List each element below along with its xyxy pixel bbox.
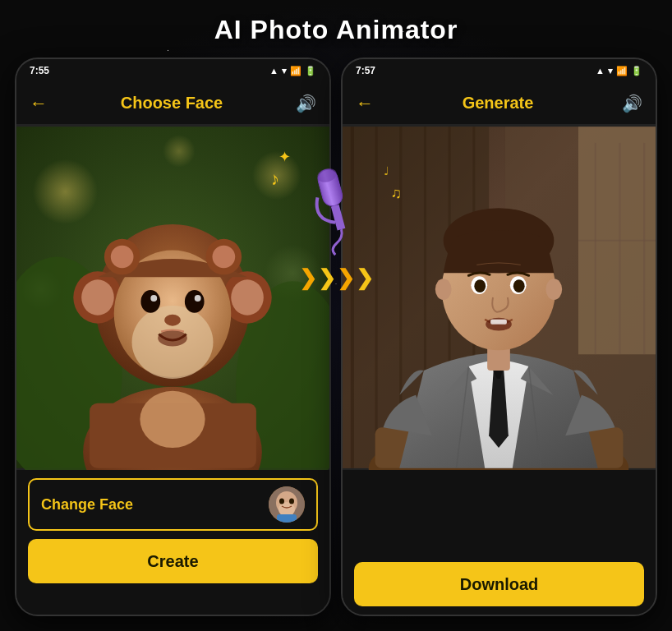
svg-point-5 <box>163 135 196 168</box>
battery-icon: 🔋 <box>305 66 316 76</box>
svg-point-22 <box>164 315 181 326</box>
right-photo-area <box>343 125 656 470</box>
wifi-icon2: 📶 <box>290 66 301 76</box>
signal-icon: ▲ <box>269 66 278 76</box>
right-phone-bottom: Download <box>343 470 656 615</box>
left-header-title: Choose Face <box>121 94 223 113</box>
left-phone-bottom: Change Face Cre <box>16 470 329 615</box>
face-thumbnail <box>269 486 305 523</box>
left-time: 7:55 <box>30 65 49 76</box>
app-title: AI Photo Animator <box>0 15 672 45</box>
right-header: ← Generate 🔊 <box>343 82 656 125</box>
right-signal-icon: ▲ <box>596 66 605 76</box>
wifi-icon: ▾ <box>282 66 287 76</box>
svg-rect-44 <box>595 143 596 354</box>
right-status-bar: 7:57 ▲ ▾ 📶 🔋 <box>343 59 656 82</box>
svg-point-10 <box>140 391 205 448</box>
left-header: ← Choose Face 🔊 <box>16 82 329 125</box>
create-button[interactable]: Create <box>28 539 318 583</box>
svg-rect-46 <box>643 143 645 354</box>
svg-point-21 <box>195 295 201 302</box>
right-status-icons: ▲ ▾ 📶 🔋 <box>596 66 642 76</box>
svg-point-1 <box>33 159 98 224</box>
svg-point-15 <box>231 279 264 316</box>
svg-rect-33 <box>277 514 297 523</box>
svg-point-27 <box>212 246 235 269</box>
right-sound-button[interactable]: 🔊 <box>622 94 642 113</box>
right-header-title: Generate <box>463 94 534 113</box>
download-label: Download <box>460 575 539 594</box>
svg-point-56 <box>545 279 562 300</box>
svg-point-13 <box>81 279 114 316</box>
svg-rect-37 <box>375 127 378 468</box>
svg-point-19 <box>185 290 205 313</box>
change-face-label: Change Face <box>41 496 133 514</box>
svg-point-31 <box>279 499 284 504</box>
svg-point-60 <box>513 279 525 292</box>
svg-point-32 <box>289 499 294 504</box>
svg-rect-62 <box>490 320 507 325</box>
svg-point-25 <box>111 246 134 269</box>
left-sound-button[interactable]: 🔊 <box>296 94 316 113</box>
svg-point-2 <box>252 151 301 200</box>
phones-container: 7:55 ▲ ▾ 📶 🔋 ← Choose Face 🔊 <box>8 58 664 623</box>
right-time: 7:57 <box>356 65 375 76</box>
thumbnail-image <box>269 486 305 523</box>
left-status-bar: 7:55 ▲ ▾ 📶 🔋 <box>16 59 329 82</box>
svg-rect-45 <box>619 143 620 354</box>
svg-point-23 <box>158 330 187 347</box>
svg-rect-36 <box>351 127 354 468</box>
svg-point-59 <box>474 279 486 292</box>
svg-point-55 <box>435 279 452 300</box>
create-label: Create <box>147 552 198 571</box>
download-button[interactable]: Download <box>354 562 644 606</box>
left-back-button[interactable]: ← <box>30 93 48 114</box>
right-back-button[interactable]: ← <box>356 93 374 114</box>
left-status-icons: ▲ ▾ 📶 🔋 <box>269 66 316 76</box>
left-photo-area <box>16 125 329 470</box>
right-wifi-icon2: 📶 <box>616 66 628 76</box>
right-phone: 7:57 ▲ ▾ 📶 🔋 ← Generate 🔊 <box>341 58 657 616</box>
right-battery-icon: 🔋 <box>631 66 642 76</box>
svg-point-20 <box>150 295 157 302</box>
svg-point-18 <box>140 290 160 313</box>
left-phone: 7:55 ▲ ▾ 📶 🔋 ← Choose Face 🔊 <box>15 58 331 616</box>
right-wifi-icon: ▾ <box>608 66 613 76</box>
child-monkey-photo <box>16 125 329 470</box>
change-face-button[interactable]: Change Face <box>28 478 318 531</box>
man-suit-photo <box>343 125 656 470</box>
